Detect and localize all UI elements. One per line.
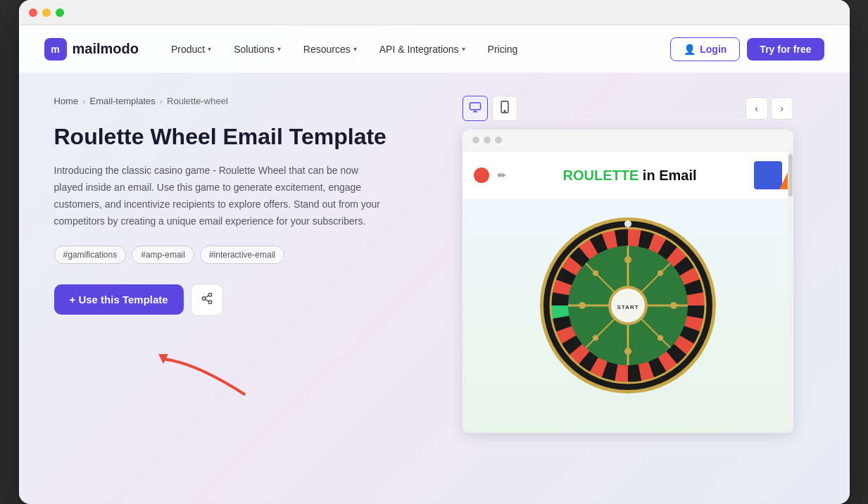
svg-point-9 [504,111,505,112]
arrow-annotation [54,327,420,398]
breadcrumb: Home › Email-templates › Roulette-wheel [54,96,420,106]
tag-gamifications[interactable]: #gamifications [54,246,127,264]
frame-dot-3 [495,137,502,144]
nav-solutions[interactable]: Solutions ▾ [224,38,291,61]
breadcrumb-email-templates[interactable]: Email-templates [90,96,156,106]
main-content: Home › Email-templates › Roulette-wheel … [19,73,850,455]
chevron-down-icon: ▾ [353,45,357,53]
share-button[interactable] [191,284,223,316]
email-header: ✏ ROULETTE in Email [463,151,793,200]
svg-point-29 [593,335,598,341]
svg-point-26 [658,270,663,276]
nav-product[interactable]: Product ▾ [161,38,221,61]
chevron-down-icon: ▾ [208,45,211,53]
roulette-wheel-svg: START [536,214,719,397]
roulette-wheel-container: START [522,200,734,411]
use-template-button[interactable]: + Use this Template [54,284,184,315]
svg-line-3 [205,299,208,301]
page-description: Introducing the classic casino game - Ro… [54,163,385,229]
right-panel: ‹ › ✏ [463,96,793,433]
red-circle-icon [474,168,489,183]
tag-amp-email[interactable]: #amp-email [132,246,194,264]
svg-text:START: START [617,304,639,310]
svg-point-2 [208,301,212,304]
preview-frame: ✏ ROULETTE in Email [463,130,793,433]
tag-interactive-email[interactable]: #interactive-email [200,246,284,264]
mobile-icon [500,101,510,116]
svg-point-28 [658,335,663,341]
scrollbar-thumb [788,154,793,196]
logo-text: mailmodo [73,41,139,57]
svg-point-33 [624,220,631,227]
share-icon [201,292,213,308]
svg-point-0 [208,293,212,296]
logo[interactable]: m mailmodo [44,38,139,61]
prev-arrow-button[interactable]: ‹ [746,97,768,120]
navbar: m mailmodo Product ▾ Solutions ▾ Resourc… [19,25,850,73]
svg-rect-5 [470,103,480,110]
nav-pricing[interactable]: Pricing [478,38,528,61]
svg-point-1 [202,296,206,300]
maximize-dot [56,8,64,17]
frame-dot-2 [484,137,491,144]
left-panel: Home › Email-templates › Roulette-wheel … [54,96,420,398]
browser-window: m mailmodo Product ▾ Solutions ▾ Resourc… [19,0,850,504]
breadcrumb-sep: › [82,96,85,106]
desktop-view-button[interactable] [463,96,488,121]
frame-email-content: ✏ ROULETTE in Email [463,151,793,433]
view-toggle [463,96,517,121]
desktop-icon [469,101,482,115]
actions-container: + Use this Template [54,284,420,316]
breadcrumb-current: Roulette-wheel [167,96,228,106]
svg-point-25 [670,302,677,309]
minimize-dot [42,8,51,17]
svg-point-22 [624,256,631,263]
svg-point-27 [593,270,598,276]
chevron-down-icon: ▾ [462,45,465,53]
page-content: m mailmodo Product ▾ Solutions ▾ Resourc… [19,25,850,504]
breadcrumb-home[interactable]: Home [54,96,79,106]
nav-resources[interactable]: Resources ▾ [294,38,367,61]
svg-point-23 [624,348,631,355]
preview-controls: ‹ › [463,96,793,121]
chevron-down-icon: ▾ [277,45,281,53]
page-title: Roulette Wheel Email Template [54,123,420,150]
breadcrumb-sep2: › [160,96,163,106]
blue-square-decoration [754,161,782,189]
svg-point-24 [579,302,586,309]
svg-line-4 [205,295,208,297]
tags-container: #gamifications #amp-email #interactive-e… [54,246,420,264]
preview-nav-arrows: ‹ › [746,97,793,120]
browser-chrome [19,0,850,25]
mobile-view-button[interactable] [492,96,517,121]
try-free-button[interactable]: Try for free [747,38,824,61]
preview-scrollbar[interactable] [788,151,793,433]
nav-actions: 👤 Login Try for free [670,37,824,61]
nav-links: Product ▾ Solutions ▾ Resources ▾ API & … [161,38,670,61]
frame-dots [463,130,793,151]
email-title: ROULETTE in Email [562,168,696,183]
next-arrow-button[interactable]: › [771,97,793,120]
logo-icon: m [44,38,67,61]
login-button[interactable]: 👤 Login [670,37,740,61]
user-icon: 👤 [684,44,696,55]
header-arrow-icon: ✏ [498,170,506,181]
close-dot [29,8,37,17]
nav-api[interactable]: API & Integrations ▾ [370,38,475,61]
frame-dot-1 [472,137,479,144]
